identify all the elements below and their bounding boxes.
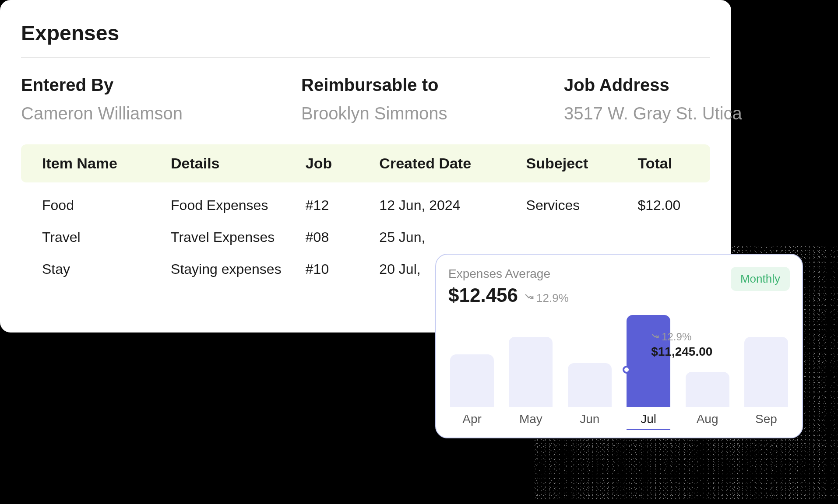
col-header-item[interactable]: Item Name bbox=[42, 155, 171, 172]
chart-label[interactable]: May bbox=[509, 412, 553, 430]
chart-bar[interactable] bbox=[686, 372, 729, 407]
chart-label[interactable]: Sep bbox=[744, 412, 788, 430]
chart-trend-pct: 12.9% bbox=[536, 291, 569, 305]
chart-value: $12.456 bbox=[448, 284, 518, 306]
divider bbox=[21, 57, 710, 58]
table-row[interactable]: Travel Travel Expenses #08 25 Jun, bbox=[21, 221, 710, 253]
chart-bar[interactable] bbox=[568, 363, 612, 407]
bar[interactable] bbox=[450, 354, 494, 407]
meta-value: 3517 W. Gray St. Utica bbox=[564, 104, 742, 123]
tooltip-trend: 12.9% bbox=[651, 331, 712, 343]
meta-label: Job Address bbox=[564, 75, 742, 95]
chart-bar[interactable] bbox=[450, 354, 494, 407]
bar[interactable] bbox=[568, 363, 612, 407]
chart-bars: 12.9%$11,245.00 bbox=[448, 315, 790, 407]
cell-created: 12 Jun, 2024 bbox=[379, 197, 526, 214]
chart-value-row: $12.456 12.9% bbox=[448, 284, 731, 306]
tooltip-trend-pct: 12.9% bbox=[662, 331, 691, 343]
chart-header: Expenses Average $12.456 12.9% Monthly bbox=[448, 267, 790, 306]
meta-entered-by: Entered By Cameron Williamson bbox=[21, 75, 249, 123]
meta-label: Reimbursable to bbox=[301, 75, 511, 95]
meta-value: Brooklyn Simmons bbox=[301, 104, 511, 123]
chart-title: Expenses Average bbox=[448, 267, 731, 281]
cell-item: Stay bbox=[42, 261, 171, 277]
meta-value: Cameron Williamson bbox=[21, 104, 249, 123]
chart-label[interactable]: Jun bbox=[568, 412, 612, 430]
meta-reimbursable-to: Reimbursable to Brooklyn Simmons bbox=[301, 75, 511, 123]
chart-trend: 12.9% bbox=[524, 291, 569, 305]
meta-job-address: Job Address 3517 W. Gray St. Utica bbox=[564, 75, 742, 123]
table-row[interactable]: Food Food Expenses #12 12 Jun, 2024 Serv… bbox=[21, 189, 710, 221]
cell-subject: Services bbox=[526, 197, 638, 214]
cell-item: Travel bbox=[42, 229, 171, 245]
bar-tooltip: 12.9%$11,245.00 bbox=[651, 331, 712, 359]
cell-details: Travel Expenses bbox=[171, 229, 306, 245]
cell-job: #08 bbox=[306, 229, 380, 245]
cell-details: Food Expenses bbox=[171, 197, 306, 214]
col-header-job[interactable]: Job bbox=[306, 155, 380, 172]
cell-job: #12 bbox=[306, 197, 380, 214]
col-header-created[interactable]: Created Date bbox=[379, 155, 526, 172]
col-header-details[interactable]: Details bbox=[171, 155, 306, 172]
trend-down-icon bbox=[651, 331, 659, 343]
bar[interactable] bbox=[627, 315, 670, 407]
bar[interactable] bbox=[744, 337, 788, 407]
table-header-row: Item Name Details Job Created Date Subej… bbox=[21, 144, 710, 182]
meta-row: Entered By Cameron Williamson Reimbursab… bbox=[21, 75, 710, 123]
bar[interactable] bbox=[686, 372, 729, 407]
col-header-total[interactable]: Total bbox=[637, 155, 689, 172]
cell-job: #10 bbox=[306, 261, 380, 277]
chart-label[interactable]: Aug bbox=[686, 412, 729, 430]
cell-total: $12.00 bbox=[637, 197, 689, 214]
trend-down-icon bbox=[524, 291, 534, 305]
expenses-average-card: Expenses Average $12.456 12.9% Monthly 1… bbox=[435, 254, 803, 438]
cell-total bbox=[637, 229, 689, 245]
cell-subject bbox=[526, 229, 638, 245]
period-badge[interactable]: Monthly bbox=[731, 267, 790, 291]
cell-item: Food bbox=[42, 197, 171, 214]
meta-label: Entered By bbox=[21, 75, 249, 95]
cell-created: 25 Jun, bbox=[379, 229, 526, 245]
chart-bar[interactable] bbox=[744, 337, 788, 407]
cell-details: Staying expenses bbox=[171, 261, 306, 277]
bar[interactable] bbox=[509, 337, 553, 407]
chart-bar[interactable] bbox=[509, 337, 553, 407]
tooltip-value: $11,245.00 bbox=[651, 345, 712, 359]
col-header-subject[interactable]: Subeject bbox=[526, 155, 638, 172]
chart-bar[interactable]: 12.9%$11,245.00 bbox=[627, 315, 670, 407]
chart-labels: AprMayJunJulAugSep bbox=[448, 412, 790, 430]
chart-label[interactable]: Jul bbox=[627, 412, 670, 430]
page-title: Expenses bbox=[21, 21, 710, 45]
chart-label[interactable]: Apr bbox=[450, 412, 494, 430]
